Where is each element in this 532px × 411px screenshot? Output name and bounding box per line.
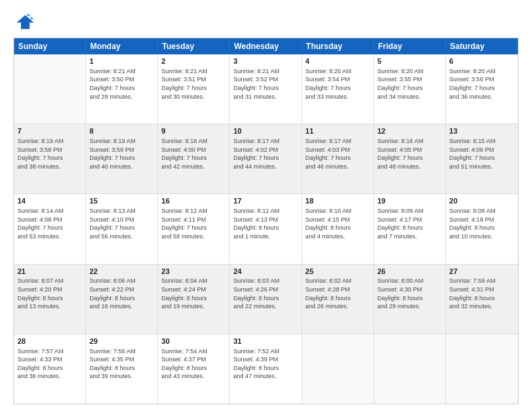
calendar-cell: 28Sunrise: 7:57 AM Sunset: 4:33 PM Dayli… (14, 334, 86, 404)
cell-info: Sunrise: 8:08 AM Sunset: 4:18 PM Dayligh… (449, 207, 515, 240)
logo-icon (13, 11, 35, 32)
cell-info: Sunrise: 7:57 AM Sunset: 4:33 PM Dayligh… (17, 347, 82, 381)
calendar-cell: 26Sunrise: 8:00 AM Sunset: 4:30 PM Dayli… (374, 265, 446, 334)
day-header-tuesday: Tuesday (158, 38, 230, 54)
day-number: 26 (378, 267, 442, 277)
cell-info: Sunrise: 8:06 AM Sunset: 4:22 PM Dayligh… (89, 277, 154, 310)
cell-info: Sunrise: 8:17 AM Sunset: 4:03 PM Dayligh… (306, 137, 370, 171)
day-number: 10 (233, 126, 298, 136)
calendar-cell: 18Sunrise: 8:10 AM Sunset: 4:15 PM Dayli… (302, 194, 374, 263)
cell-info: Sunrise: 8:04 AM Sunset: 4:24 PM Dayligh… (161, 277, 226, 310)
calendar-cell (374, 334, 446, 404)
day-number: 9 (161, 126, 226, 136)
cell-info: Sunrise: 8:20 AM Sunset: 3:54 PM Dayligh… (306, 67, 370, 101)
calendar-cell: 31Sunrise: 7:52 AM Sunset: 4:39 PM Dayli… (230, 334, 302, 404)
calendar-cell: 13Sunrise: 8:15 AM Sunset: 4:06 PM Dayli… (446, 124, 518, 193)
calendar-week-1: 1Sunrise: 8:21 AM Sunset: 3:50 PM Daylig… (14, 54, 518, 124)
logo (13, 11, 38, 32)
cell-info: Sunrise: 8:19 AM Sunset: 3:59 PM Dayligh… (89, 137, 154, 171)
day-number: 27 (449, 267, 515, 277)
calendar-cell: 4Sunrise: 8:20 AM Sunset: 3:54 PM Daylig… (302, 54, 374, 124)
cell-info: Sunrise: 8:20 AM Sunset: 3:56 PM Dayligh… (449, 67, 515, 101)
calendar-cell: 7Sunrise: 8:19 AM Sunset: 3:58 PM Daylig… (14, 124, 86, 193)
cell-info: Sunrise: 8:14 AM Sunset: 4:08 PM Dayligh… (17, 207, 82, 240)
cell-info: Sunrise: 7:52 AM Sunset: 4:39 PM Dayligh… (233, 347, 298, 381)
calendar-cell: 9Sunrise: 8:18 AM Sunset: 4:00 PM Daylig… (158, 124, 230, 193)
calendar-cell (302, 334, 374, 404)
cell-info: Sunrise: 8:11 AM Sunset: 4:13 PM Dayligh… (233, 207, 298, 240)
calendar-cell: 11Sunrise: 8:17 AM Sunset: 4:03 PM Dayli… (302, 124, 374, 193)
day-number: 25 (306, 267, 370, 277)
calendar-body: 1Sunrise: 8:21 AM Sunset: 3:50 PM Daylig… (14, 54, 518, 404)
calendar-cell: 27Sunrise: 7:59 AM Sunset: 4:31 PM Dayli… (446, 265, 518, 334)
day-number: 8 (89, 126, 154, 136)
calendar-cell: 17Sunrise: 8:11 AM Sunset: 4:13 PM Dayli… (230, 194, 302, 263)
calendar-week-5: 28Sunrise: 7:57 AM Sunset: 4:33 PM Dayli… (14, 334, 518, 404)
calendar-cell: 10Sunrise: 8:17 AM Sunset: 4:02 PM Dayli… (230, 124, 302, 193)
day-number: 13 (449, 126, 515, 136)
day-number: 30 (161, 336, 226, 347)
calendar-cell: 23Sunrise: 8:04 AM Sunset: 4:24 PM Dayli… (158, 265, 230, 334)
cell-info: Sunrise: 8:19 AM Sunset: 3:58 PM Dayligh… (17, 137, 82, 171)
cell-info: Sunrise: 8:13 AM Sunset: 4:10 PM Dayligh… (89, 207, 154, 240)
calendar-cell: 12Sunrise: 8:16 AM Sunset: 4:05 PM Dayli… (374, 124, 446, 193)
day-number: 12 (378, 126, 442, 136)
calendar-cell: 22Sunrise: 8:06 AM Sunset: 4:22 PM Dayli… (86, 265, 158, 334)
calendar-cell: 21Sunrise: 8:07 AM Sunset: 4:20 PM Dayli… (14, 265, 86, 334)
day-number: 29 (89, 336, 154, 347)
calendar-cell (14, 54, 86, 124)
page: SundayMondayTuesdayWednesdayThursdayFrid… (0, 0, 532, 411)
day-number: 3 (233, 56, 298, 66)
calendar-cell: 16Sunrise: 8:12 AM Sunset: 4:11 PM Dayli… (158, 194, 230, 263)
cell-info: Sunrise: 8:09 AM Sunset: 4:17 PM Dayligh… (378, 207, 442, 240)
cell-info: Sunrise: 8:07 AM Sunset: 4:20 PM Dayligh… (17, 277, 82, 310)
calendar-cell: 6Sunrise: 8:20 AM Sunset: 3:56 PM Daylig… (446, 54, 518, 124)
day-header-wednesday: Wednesday (230, 38, 302, 54)
day-number: 16 (161, 196, 226, 206)
day-header-friday: Friday (374, 38, 446, 54)
calendar-cell: 2Sunrise: 8:21 AM Sunset: 3:51 PM Daylig… (158, 54, 230, 124)
calendar-cell: 19Sunrise: 8:09 AM Sunset: 4:17 PM Dayli… (374, 194, 446, 263)
calendar-cell: 25Sunrise: 8:02 AM Sunset: 4:28 PM Dayli… (302, 265, 374, 334)
calendar-cell: 5Sunrise: 8:20 AM Sunset: 3:55 PM Daylig… (374, 54, 446, 124)
day-number: 2 (161, 56, 226, 66)
cell-info: Sunrise: 8:21 AM Sunset: 3:51 PM Dayligh… (161, 67, 226, 101)
cell-info: Sunrise: 8:18 AM Sunset: 4:00 PM Dayligh… (161, 137, 226, 171)
cell-info: Sunrise: 7:59 AM Sunset: 4:31 PM Dayligh… (449, 277, 515, 310)
day-number: 18 (306, 196, 370, 206)
day-number: 15 (89, 196, 154, 206)
day-number: 28 (17, 336, 82, 347)
calendar-cell: 3Sunrise: 8:21 AM Sunset: 3:52 PM Daylig… (230, 54, 302, 124)
day-header-sunday: Sunday (14, 38, 86, 54)
calendar: SundayMondayTuesdayWednesdayThursdayFrid… (13, 38, 519, 404)
cell-info: Sunrise: 8:17 AM Sunset: 4:02 PM Dayligh… (233, 137, 298, 171)
day-number: 24 (233, 267, 298, 277)
day-number: 17 (233, 196, 298, 206)
calendar-header: SundayMondayTuesdayWednesdayThursdayFrid… (14, 38, 518, 54)
calendar-cell: 20Sunrise: 8:08 AM Sunset: 4:18 PM Dayli… (446, 194, 518, 263)
day-number: 5 (378, 56, 442, 66)
day-number: 23 (161, 267, 226, 277)
day-number: 31 (233, 336, 298, 347)
day-number: 11 (306, 126, 370, 136)
calendar-week-4: 21Sunrise: 8:07 AM Sunset: 4:20 PM Dayli… (14, 264, 518, 334)
day-header-thursday: Thursday (302, 38, 374, 54)
cell-info: Sunrise: 8:16 AM Sunset: 4:05 PM Dayligh… (378, 137, 442, 171)
calendar-cell: 24Sunrise: 8:03 AM Sunset: 4:26 PM Dayli… (230, 265, 302, 334)
day-number: 20 (449, 196, 515, 206)
calendar-cell: 14Sunrise: 8:14 AM Sunset: 4:08 PM Dayli… (14, 194, 86, 263)
day-header-saturday: Saturday (446, 38, 518, 54)
calendar-week-2: 7Sunrise: 8:19 AM Sunset: 3:58 PM Daylig… (14, 124, 518, 193)
header (13, 11, 519, 32)
calendar-cell (446, 334, 518, 404)
cell-info: Sunrise: 8:00 AM Sunset: 4:30 PM Dayligh… (378, 277, 442, 310)
day-number: 4 (306, 56, 370, 66)
calendar-week-3: 14Sunrise: 8:14 AM Sunset: 4:08 PM Dayli… (14, 193, 518, 263)
cell-info: Sunrise: 7:56 AM Sunset: 4:35 PM Dayligh… (89, 347, 154, 381)
cell-info: Sunrise: 7:54 AM Sunset: 4:37 PM Dayligh… (161, 347, 226, 381)
day-number: 21 (17, 267, 82, 277)
calendar-cell: 29Sunrise: 7:56 AM Sunset: 4:35 PM Dayli… (86, 334, 158, 404)
calendar-cell: 30Sunrise: 7:54 AM Sunset: 4:37 PM Dayli… (158, 334, 230, 404)
cell-info: Sunrise: 8:21 AM Sunset: 3:52 PM Dayligh… (233, 67, 298, 101)
cell-info: Sunrise: 8:21 AM Sunset: 3:50 PM Dayligh… (89, 67, 154, 101)
